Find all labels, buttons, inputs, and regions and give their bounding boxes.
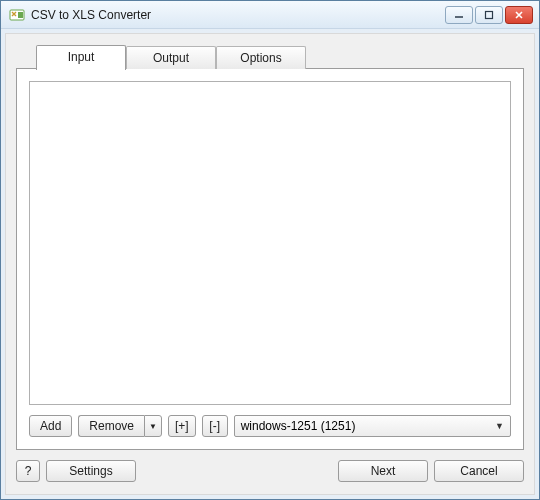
add-button[interactable]: Add (29, 415, 72, 437)
app-icon (9, 7, 25, 23)
chevron-down-icon: ▼ (495, 421, 504, 431)
settings-button[interactable]: Settings (46, 460, 136, 482)
help-button[interactable]: ? (16, 460, 40, 482)
input-toolbar: Add Remove ▼ [+] [-] windows-1251 (1251)… (29, 415, 511, 437)
svg-rect-3 (486, 11, 493, 18)
svg-rect-1 (18, 12, 23, 18)
footer-bar: ? Settings Next Cancel (16, 460, 524, 482)
file-list[interactable] (29, 81, 511, 405)
window-controls (445, 6, 533, 24)
collapse-all-button[interactable]: [-] (202, 415, 228, 437)
remove-button[interactable]: Remove (78, 415, 144, 437)
tab-options[interactable]: Options (216, 46, 306, 69)
window-title: CSV to XLS Converter (31, 8, 445, 22)
tabs: Input Output Options (36, 44, 524, 69)
remove-dropdown-button[interactable]: ▼ (144, 415, 162, 437)
input-panel: Add Remove ▼ [+] [-] windows-1251 (1251)… (16, 68, 524, 450)
minimize-button[interactable] (445, 6, 473, 24)
encoding-value: windows-1251 (1251) (241, 419, 356, 433)
expand-all-button[interactable]: [+] (168, 415, 196, 437)
encoding-select[interactable]: windows-1251 (1251) ▼ (234, 415, 511, 437)
titlebar: CSV to XLS Converter (1, 1, 539, 29)
next-button[interactable]: Next (338, 460, 428, 482)
tab-input[interactable]: Input (36, 45, 126, 70)
remove-split-button: Remove ▼ (78, 415, 162, 437)
client-area: Input Output Options Add Remove ▼ [+] [-… (5, 33, 535, 495)
maximize-button[interactable] (475, 6, 503, 24)
cancel-button[interactable]: Cancel (434, 460, 524, 482)
tab-output[interactable]: Output (126, 46, 216, 69)
app-window: CSV to XLS Converter Input Output Option… (0, 0, 540, 500)
close-button[interactable] (505, 6, 533, 24)
